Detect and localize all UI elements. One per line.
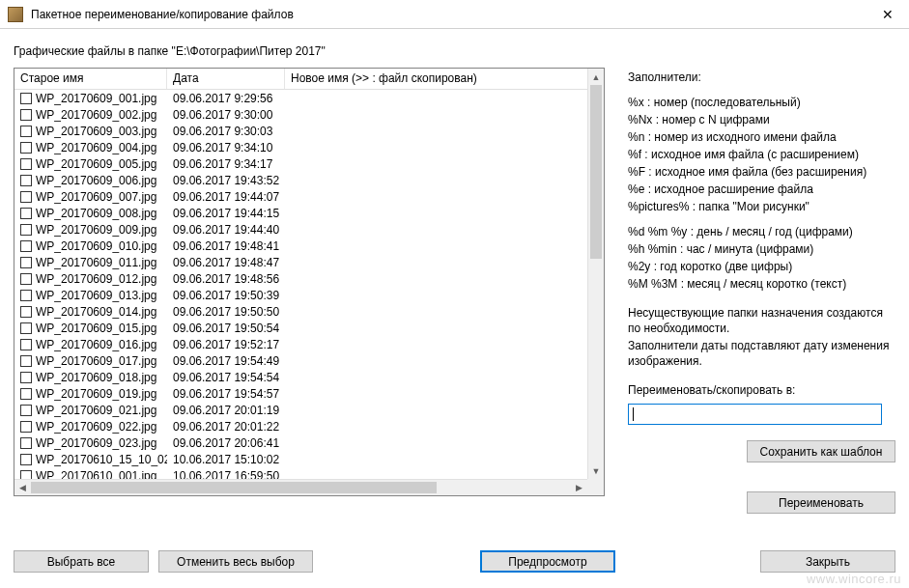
checkbox-icon[interactable] — [20, 290, 32, 301]
file-date: 09.06.2017 19:50:50 — [167, 305, 285, 319]
table-row[interactable]: WP_20170609_005.jpg09.06.2017 9:34:17 — [14, 155, 587, 172]
rename-button[interactable]: Переименовать — [747, 491, 895, 514]
checkbox-icon[interactable] — [20, 306, 32, 318]
file-name: WP_20170610_15_10_02... — [36, 453, 167, 466]
checkbox-icon[interactable] — [20, 126, 32, 137]
table-row[interactable]: WP_20170609_002.jpg09.06.2017 9:30:00 — [14, 106, 587, 123]
file-name: WP_20170609_001.jpg — [36, 92, 156, 105]
files-table: Старое имя Дата Новое имя (>> : файл ско… — [14, 68, 605, 496]
checkbox-icon[interactable] — [20, 142, 32, 154]
checkbox-icon[interactable] — [20, 257, 32, 268]
checkbox-icon[interactable] — [20, 191, 32, 203]
table-header: Старое имя Дата Новое имя (>> : файл ско… — [14, 69, 604, 90]
file-date: 09.06.2017 9:29:56 — [167, 92, 285, 105]
table-row[interactable]: WP_20170609_013.jpg09.06.2017 19:50:39 — [14, 287, 587, 303]
scroll-up-icon[interactable]: ▲ — [588, 69, 604, 85]
file-date: 09.06.2017 19:50:39 — [167, 289, 285, 302]
vertical-scrollbar[interactable]: ▲ ▼ — [587, 69, 604, 479]
table-row[interactable]: WP_20170609_022.jpg09.06.2017 20:01:22 — [14, 418, 587, 434]
note-date: Заполнители даты подставляют дату измене… — [628, 338, 895, 369]
table-row[interactable]: WP_20170609_008.jpg09.06.2017 19:44:15 — [14, 205, 587, 221]
table-row[interactable]: WP_20170609_011.jpg09.06.2017 19:48:47 — [14, 254, 587, 270]
hscroll-thumb[interactable] — [31, 482, 437, 493]
table-row[interactable]: WP_20170609_003.jpg09.06.2017 9:30:03 — [14, 123, 587, 139]
file-name: WP_20170609_019.jpg — [36, 387, 156, 401]
checkbox-icon[interactable] — [20, 109, 32, 121]
checkbox-icon[interactable] — [20, 405, 32, 416]
checkbox-icon[interactable] — [20, 322, 32, 334]
file-date: 09.06.2017 20:01:22 — [167, 420, 285, 434]
table-row[interactable]: WP_20170609_016.jpg09.06.2017 19:52:17 — [14, 336, 587, 352]
file-date: 09.06.2017 19:54:57 — [167, 387, 285, 401]
scroll-left-icon[interactable]: ◀ — [14, 480, 31, 495]
file-name: WP_20170609_005.jpg — [36, 157, 156, 171]
placeholders-title: Заполнители: — [628, 70, 895, 85]
table-row[interactable]: WP_20170609_012.jpg09.06.2017 19:48:56 — [14, 270, 587, 287]
file-date: 09.06.2017 9:34:10 — [167, 141, 285, 154]
table-row[interactable]: WP_20170609_021.jpg09.06.2017 20:01:19 — [14, 402, 587, 418]
file-name: WP_20170609_018.jpg — [36, 371, 156, 384]
window-title: Пакетное переименование/копирование файл… — [31, 8, 866, 21]
rename-to-label: Переименовать/скопировать в: — [628, 382, 895, 398]
file-name: WP_20170609_007.jpg — [36, 190, 156, 204]
table-row[interactable]: WP_20170609_017.jpg09.06.2017 19:54:49 — [14, 352, 587, 369]
file-date: 09.06.2017 19:44:40 — [167, 223, 285, 237]
placeholder-help: %F : исходное имя файла (без расширения) — [628, 164, 895, 180]
titlebar: Пакетное переименование/копирование файл… — [0, 0, 909, 29]
vscroll-thumb[interactable] — [590, 85, 602, 259]
table-row[interactable]: WP_20170609_001.jpg09.06.2017 9:29:56 — [14, 90, 587, 106]
file-date: 09.06.2017 19:50:54 — [167, 322, 285, 335]
checkbox-icon[interactable] — [20, 454, 32, 465]
checkbox-icon[interactable] — [20, 93, 32, 104]
select-all-button[interactable]: Выбрать все — [14, 550, 149, 573]
checkbox-icon[interactable] — [20, 437, 32, 449]
checkbox-icon[interactable] — [20, 158, 32, 170]
scroll-right-icon[interactable]: ▶ — [571, 480, 587, 495]
checkbox-icon[interactable] — [20, 208, 32, 219]
checkbox-icon[interactable] — [20, 240, 32, 252]
rename-target-input[interactable] — [628, 404, 882, 425]
scroll-down-icon[interactable]: ▼ — [588, 462, 604, 479]
file-name: WP_20170609_002.jpg — [36, 108, 156, 122]
table-row[interactable]: WP_20170609_019.jpg09.06.2017 19:54:57 — [14, 385, 587, 402]
file-date: 09.06.2017 19:52:17 — [167, 338, 285, 351]
checkbox-icon[interactable] — [20, 470, 32, 480]
close-icon[interactable]: ✕ — [866, 0, 909, 28]
file-date: 09.06.2017 19:43:52 — [167, 174, 285, 187]
placeholder-help: %2y : год коротко (две цифры) — [628, 259, 895, 274]
table-row[interactable]: WP_20170609_015.jpg09.06.2017 19:50:54 — [14, 320, 587, 336]
checkbox-icon[interactable] — [20, 175, 32, 186]
col-old-name[interactable]: Старое имя — [14, 69, 167, 89]
checkbox-icon[interactable] — [20, 273, 32, 285]
horizontal-scrollbar[interactable]: ◀ ▶ — [14, 479, 587, 495]
table-row[interactable]: WP_20170610_15_10_02...10.06.2017 15:10:… — [14, 451, 587, 467]
table-row[interactable]: WP_20170609_023.jpg09.06.2017 20:06:41 — [14, 434, 587, 451]
checkbox-icon[interactable] — [20, 355, 32, 367]
table-row[interactable]: WP_20170609_007.jpg09.06.2017 19:44:07 — [14, 188, 587, 205]
checkbox-icon[interactable] — [20, 339, 32, 350]
table-row[interactable]: WP_20170609_018.jpg09.06.2017 19:54:54 — [14, 369, 587, 385]
table-row[interactable]: WP_20170609_010.jpg09.06.2017 19:48:41 — [14, 238, 587, 254]
col-date[interactable]: Дата — [167, 69, 285, 89]
checkbox-icon[interactable] — [20, 224, 32, 236]
file-date: 10.06.2017 15:10:02 — [167, 453, 285, 466]
deselect-all-button[interactable]: Отменить весь выбор — [158, 550, 313, 573]
col-new-name[interactable]: Новое имя (>> : файл скопирован) — [285, 69, 604, 89]
table-row[interactable]: WP_20170610_001.jpg10.06.2017 16:59:50 — [14, 467, 587, 479]
table-row[interactable]: WP_20170609_009.jpg09.06.2017 19:44:40 — [14, 221, 587, 238]
file-date: 09.06.2017 19:54:54 — [167, 371, 285, 384]
checkbox-icon[interactable] — [20, 372, 32, 383]
placeholder-help: %pictures% : папка "Мои рисунки" — [628, 199, 895, 214]
table-row[interactable]: WP_20170609_014.jpg09.06.2017 19:50:50 — [14, 303, 587, 320]
checkbox-icon[interactable] — [20, 421, 32, 433]
file-name: WP_20170609_011.jpg — [36, 256, 156, 269]
save-template-button[interactable]: Сохранить как шаблон — [747, 440, 895, 462]
close-button[interactable]: Закрыть — [760, 550, 895, 573]
table-row[interactable]: WP_20170609_006.jpg09.06.2017 19:43:52 — [14, 172, 587, 188]
file-date: 09.06.2017 19:48:41 — [167, 239, 285, 253]
file-name: WP_20170609_014.jpg — [36, 305, 156, 319]
file-date: 09.06.2017 9:30:00 — [167, 108, 285, 122]
table-row[interactable]: WP_20170609_004.jpg09.06.2017 9:34:10 — [14, 139, 587, 155]
checkbox-icon[interactable] — [20, 388, 32, 400]
preview-button[interactable]: Предпросмотр — [480, 550, 615, 573]
